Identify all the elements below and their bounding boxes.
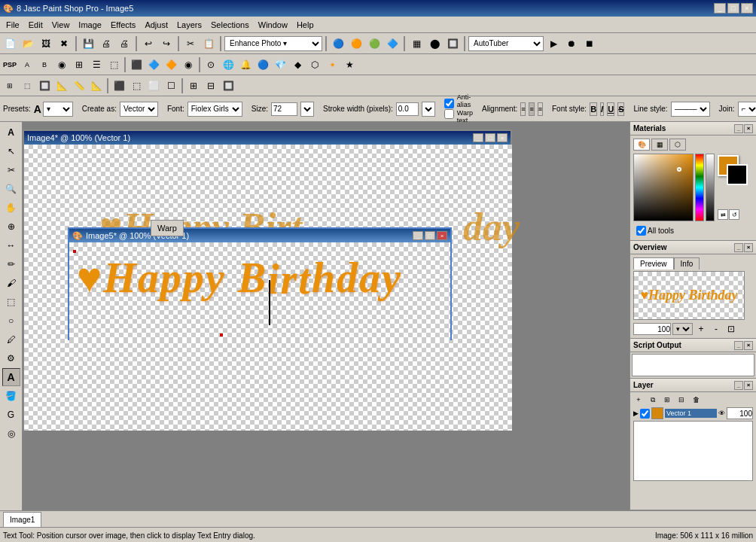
icon-f[interactable]: ⬚ <box>105 56 122 73</box>
materials-tab-pattern[interactable]: ⬡ <box>669 139 686 151</box>
hue-bar[interactable] <box>695 154 704 221</box>
icon-t7[interactable]: ⬛ <box>111 78 127 94</box>
background-swatch[interactable] <box>727 164 748 185</box>
tool-deform[interactable]: ↔ <box>2 236 20 254</box>
tool-zoom[interactable]: 🔍 <box>2 180 20 198</box>
print-button[interactable]: 🖨 <box>98 35 114 52</box>
menu-view[interactable]: View <box>47 19 75 31</box>
layer-close[interactable]: × <box>744 381 753 390</box>
script-minimize[interactable]: _ <box>734 341 743 350</box>
close-button[interactable]: × <box>741 3 753 14</box>
tool1[interactable]: ▦ <box>408 35 425 52</box>
icon-t5[interactable]: 📏 <box>71 78 87 94</box>
tool-rect[interactable]: ⬚ <box>2 293 20 311</box>
copy-button[interactable]: 📋 <box>200 35 217 52</box>
icon-t13[interactable]: 🔲 <box>220 78 236 94</box>
icon-g[interactable]: ⬛ <box>128 56 145 73</box>
tool3[interactable]: 🔲 <box>444 35 461 52</box>
color-picker-gradient[interactable] <box>633 154 694 221</box>
stroke-input[interactable] <box>396 102 419 116</box>
overview-minimize[interactable]: _ <box>734 243 743 252</box>
swap-colors-button[interactable]: ⇄ <box>718 209 728 220</box>
new-button[interactable]: 📄 <box>2 35 18 52</box>
layer-eye-icon[interactable]: 👁 <box>718 410 725 417</box>
icon-m[interactable]: 🔔 <box>237 56 254 73</box>
image4-minimize[interactable]: _ <box>473 133 483 142</box>
stop-button[interactable]: ⏹ <box>581 35 598 52</box>
italic-button[interactable]: I <box>600 102 604 116</box>
layer-copy-button[interactable]: ⧉ <box>646 394 660 406</box>
underline-button[interactable]: U <box>607 102 614 116</box>
menu-image[interactable]: Image <box>74 19 106 31</box>
zoom-dropdown[interactable]: ▾ <box>672 323 693 335</box>
fx1-button[interactable]: 🔵 <box>330 35 346 52</box>
reset-colors-button[interactable]: ↺ <box>729 209 739 220</box>
icon-t6[interactable]: 📐 <box>88 78 105 94</box>
icon-k[interactable]: ⊙ <box>203 56 219 73</box>
icon-t2[interactable]: ⬚ <box>19 78 35 94</box>
autotuber-dropdown[interactable]: AutoTuber <box>468 36 544 51</box>
tool-ellipse[interactable]: ○ <box>2 312 20 330</box>
align-right-button[interactable]: ≡ <box>538 102 543 116</box>
undo-button[interactable]: ↩ <box>140 35 157 52</box>
zoom-input[interactable] <box>633 323 671 335</box>
image4-maximize[interactable]: □ <box>485 133 495 142</box>
minimize-button[interactable]: _ <box>714 3 726 14</box>
menu-effects[interactable]: Effects <box>106 19 140 31</box>
size-input[interactable] <box>271 102 297 116</box>
icon-j[interactable]: ◉ <box>180 56 197 73</box>
fx2-button[interactable]: 🟠 <box>348 35 364 52</box>
tool-arrow[interactable]: ↖ <box>2 142 20 160</box>
zoom-fit-button[interactable]: ⊡ <box>724 323 738 335</box>
close-button[interactable]: ✖ <box>56 35 72 52</box>
layer-name[interactable]: Vector 1 <box>665 409 717 418</box>
icon-t12[interactable]: ⊟ <box>203 78 219 94</box>
record-button[interactable]: ⏺ <box>563 35 580 52</box>
icon-a[interactable]: A <box>19 56 35 73</box>
icon-e[interactable]: ☰ <box>88 56 105 73</box>
tool-clone[interactable]: ⚙ <box>2 349 20 367</box>
image4-title-bar[interactable]: Image4* @ 100% (Vector 1) _ □ × <box>24 131 511 145</box>
fx3-button[interactable]: 🟢 <box>366 35 383 52</box>
print2-button[interactable]: 🖨 <box>116 35 133 52</box>
tool-text2[interactable]: A <box>2 368 20 386</box>
icon-b[interactable]: B <box>36 56 53 73</box>
tool-pan[interactable]: ✋ <box>2 199 20 217</box>
icon-t3[interactable]: 🔲 <box>36 78 53 94</box>
icon-s[interactable]: ★ <box>341 56 358 73</box>
menu-file[interactable]: File <box>2 19 24 31</box>
size-dropdown[interactable]: ▾ <box>300 102 314 117</box>
zoom-in-button[interactable]: + <box>694 323 708 335</box>
image5-maximize[interactable]: □ <box>425 231 435 240</box>
materials-tab-color[interactable]: 🎨 <box>633 139 650 151</box>
layer-merge-button[interactable]: ⊟ <box>675 394 688 406</box>
layer-group-button[interactable]: ⊞ <box>660 394 674 406</box>
icon-p[interactable]: ◆ <box>289 56 306 73</box>
align-left-button[interactable]: ≡ <box>520 102 526 116</box>
layer-opacity-input[interactable] <box>727 407 753 419</box>
image4-close[interactable]: × <box>497 133 508 142</box>
save-button[interactable]: 💾 <box>80 35 96 52</box>
icon-t8[interactable]: ⬚ <box>128 78 145 94</box>
open-browse-button[interactable]: 🖼 <box>38 35 54 52</box>
menu-layers[interactable]: Layers <box>172 19 206 31</box>
tool-draw[interactable]: ✏ <box>2 255 20 273</box>
icon-t4[interactable]: 📐 <box>53 78 70 94</box>
menu-window[interactable]: Window <box>254 19 292 31</box>
icon-h[interactable]: 🔷 <box>145 56 162 73</box>
align-center-button[interactable]: ≡ <box>529 102 534 116</box>
materials-minimize[interactable]: _ <box>734 124 743 133</box>
materials-close[interactable]: × <box>744 124 753 133</box>
anti-alias-checkbox[interactable] <box>444 99 454 108</box>
image5-close[interactable]: × <box>437 231 447 240</box>
create-as-dropdown[interactable]: Vector <box>120 102 158 117</box>
warp-text-checkbox[interactable] <box>444 109 454 119</box>
icon-c[interactable]: ◉ <box>53 56 70 73</box>
redo-button[interactable]: ↪ <box>158 35 175 52</box>
layer-new-button[interactable]: + <box>632 394 645 406</box>
tool-paint[interactable]: 🖌 <box>2 274 20 292</box>
script-close[interactable]: × <box>744 341 753 350</box>
font-dropdown[interactable]: Fiolex Girls <box>187 102 242 117</box>
selection-handle-tl[interactable] <box>73 250 76 253</box>
tool-text[interactable]: A <box>2 123 20 142</box>
